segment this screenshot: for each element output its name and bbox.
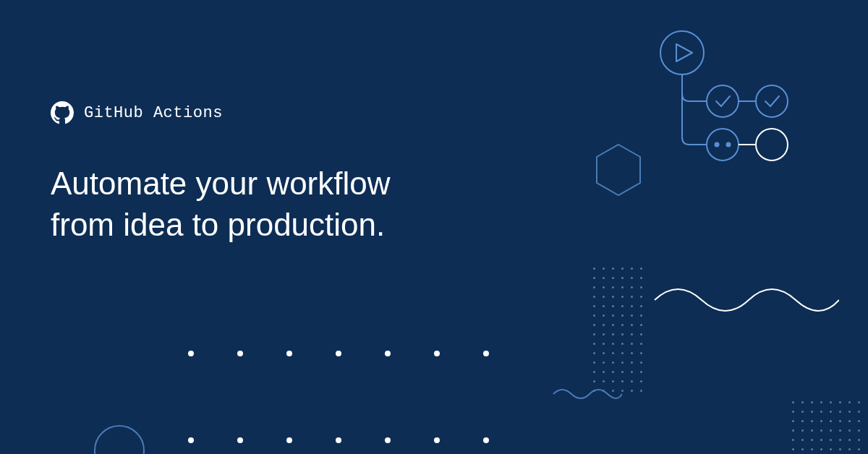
brand-name: GitHub Actions <box>84 104 223 122</box>
svg-point-5 <box>715 142 720 147</box>
svg-point-4 <box>707 129 739 160</box>
headline-line-2: from idea to production. <box>51 204 391 245</box>
wave-large-icon <box>651 275 839 325</box>
svg-point-3 <box>756 85 788 117</box>
hexagon-icon <box>593 141 644 199</box>
page-headline: Automate your workflow from idea to prod… <box>51 163 391 245</box>
svg-point-6 <box>726 142 731 147</box>
decorative-dot-row <box>188 351 489 356</box>
decorative-circle-icon <box>94 425 145 454</box>
decorative-dot-row <box>188 437 489 443</box>
wave-small-icon <box>550 383 622 405</box>
svg-point-0 <box>660 31 704 74</box>
brand-header: GitHub Actions <box>51 101 223 124</box>
headline-line-1: Automate your workflow <box>51 163 391 204</box>
decorative-dot-grid <box>593 267 642 392</box>
svg-point-8 <box>756 129 788 160</box>
workflow-diagram-icon <box>655 25 807 170</box>
github-logo-icon <box>51 101 74 124</box>
svg-point-1 <box>707 85 739 117</box>
svg-marker-9 <box>597 145 640 195</box>
decorative-dot-grid <box>792 401 860 454</box>
